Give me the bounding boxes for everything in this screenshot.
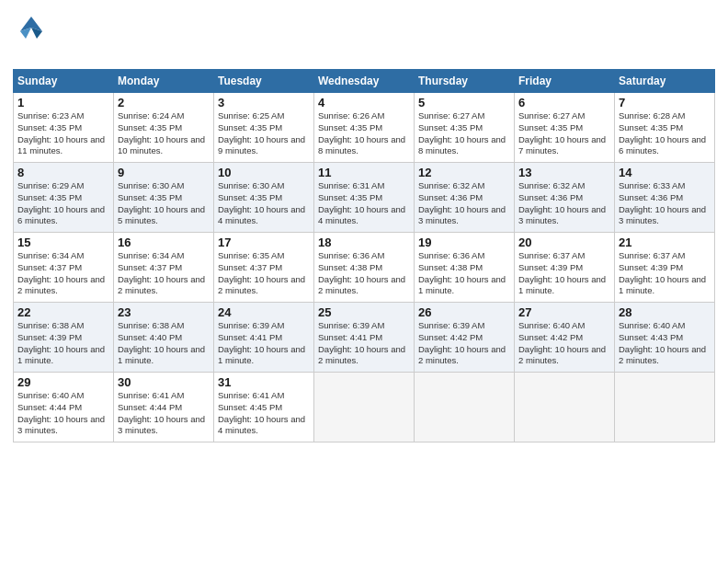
day-number: 8	[17, 166, 109, 179]
day-info: Sunrise: 6:40 AM Sunset: 4:42 PM Dayligh…	[518, 320, 610, 367]
day-info: Sunrise: 6:35 AM Sunset: 4:37 PM Dayligh…	[218, 250, 310, 297]
day-info: Sunrise: 6:38 AM Sunset: 4:40 PM Dayligh…	[118, 320, 210, 367]
day-cell: 5 Sunrise: 6:27 AM Sunset: 4:35 PM Dayli…	[415, 93, 515, 163]
day-info: Sunrise: 6:39 AM Sunset: 4:42 PM Dayligh…	[418, 320, 510, 367]
day-number: 16	[118, 236, 210, 249]
day-cell: 8 Sunrise: 6:29 AM Sunset: 4:35 PM Dayli…	[14, 163, 114, 233]
day-cell	[415, 373, 515, 442]
day-cell: 29 Sunrise: 6:40 AM Sunset: 4:44 PM Dayl…	[14, 373, 114, 442]
day-number: 19	[418, 236, 510, 249]
day-number: 14	[619, 166, 711, 179]
day-cell: 9 Sunrise: 6:30 AM Sunset: 4:35 PM Dayli…	[114, 163, 214, 233]
day-number: 12	[418, 166, 510, 179]
day-cell: 11 Sunrise: 6:31 AM Sunset: 4:35 PM Dayl…	[314, 163, 415, 233]
day-number: 18	[318, 236, 410, 249]
day-number: 3	[218, 96, 310, 109]
day-info: Sunrise: 6:25 AM Sunset: 4:35 PM Dayligh…	[218, 110, 310, 157]
day-number: 26	[418, 305, 510, 319]
col-header-sunday: Sunday	[14, 70, 114, 93]
col-header-tuesday: Tuesday	[214, 70, 314, 93]
day-number: 25	[318, 305, 410, 319]
day-number: 20	[518, 236, 610, 249]
day-cell: 25 Sunrise: 6:39 AM Sunset: 4:41 PM Dayl…	[314, 303, 415, 373]
day-cell: 31 Sunrise: 6:41 AM Sunset: 4:45 PM Dayl…	[214, 373, 314, 442]
header	[13, 9, 715, 63]
logo	[13, 13, 46, 63]
day-info: Sunrise: 6:41 AM Sunset: 4:44 PM Dayligh…	[118, 390, 210, 437]
day-info: Sunrise: 6:40 AM Sunset: 4:43 PM Dayligh…	[619, 320, 711, 367]
col-header-saturday: Saturday	[615, 70, 715, 93]
svg-marker-0	[20, 17, 42, 31]
day-cell: 18 Sunrise: 6:36 AM Sunset: 4:38 PM Dayl…	[314, 233, 415, 303]
day-cell	[314, 373, 415, 442]
col-header-thursday: Thursday	[415, 70, 515, 93]
day-info: Sunrise: 6:41 AM Sunset: 4:45 PM Dayligh…	[218, 390, 310, 437]
day-number: 31	[218, 375, 310, 389]
day-info: Sunrise: 6:36 AM Sunset: 4:38 PM Dayligh…	[418, 250, 510, 297]
day-cell: 17 Sunrise: 6:35 AM Sunset: 4:37 PM Dayl…	[214, 233, 314, 303]
day-cell: 7 Sunrise: 6:28 AM Sunset: 4:35 PM Dayli…	[615, 93, 715, 163]
day-info: Sunrise: 6:32 AM Sunset: 4:36 PM Dayligh…	[518, 180, 610, 227]
day-number: 23	[118, 305, 210, 319]
day-cell: 10 Sunrise: 6:30 AM Sunset: 4:35 PM Dayl…	[214, 163, 314, 233]
day-cell: 30 Sunrise: 6:41 AM Sunset: 4:44 PM Dayl…	[114, 373, 214, 442]
day-info: Sunrise: 6:38 AM Sunset: 4:39 PM Dayligh…	[17, 320, 109, 367]
day-number: 5	[418, 96, 510, 109]
week-row-4: 22 Sunrise: 6:38 AM Sunset: 4:39 PM Dayl…	[14, 303, 715, 373]
day-info: Sunrise: 6:26 AM Sunset: 4:35 PM Dayligh…	[318, 110, 410, 157]
day-number: 22	[17, 305, 109, 319]
day-number: 28	[619, 305, 711, 319]
day-info: Sunrise: 6:34 AM Sunset: 4:37 PM Dayligh…	[118, 250, 210, 297]
day-number: 2	[118, 96, 210, 109]
day-info: Sunrise: 6:37 AM Sunset: 4:39 PM Dayligh…	[518, 250, 610, 297]
day-number: 27	[518, 305, 610, 319]
day-number: 30	[118, 375, 210, 389]
day-cell: 14 Sunrise: 6:33 AM Sunset: 4:36 PM Dayl…	[615, 163, 715, 233]
day-number: 29	[17, 375, 109, 389]
col-header-wednesday: Wednesday	[314, 70, 415, 93]
day-cell: 13 Sunrise: 6:32 AM Sunset: 4:36 PM Dayl…	[515, 163, 615, 233]
day-info: Sunrise: 6:33 AM Sunset: 4:36 PM Dayligh…	[619, 180, 711, 227]
day-info: Sunrise: 6:29 AM Sunset: 4:35 PM Dayligh…	[17, 180, 109, 227]
day-number: 21	[619, 236, 711, 249]
day-cell: 2 Sunrise: 6:24 AM Sunset: 4:35 PM Dayli…	[114, 93, 214, 163]
day-cell: 1 Sunrise: 6:23 AM Sunset: 4:35 PM Dayli…	[14, 93, 114, 163]
day-number: 7	[619, 96, 711, 109]
day-number: 1	[17, 96, 109, 109]
day-number: 9	[118, 166, 210, 179]
day-info: Sunrise: 6:37 AM Sunset: 4:39 PM Dayligh…	[619, 250, 711, 297]
day-cell: 12 Sunrise: 6:32 AM Sunset: 4:36 PM Dayl…	[415, 163, 515, 233]
header-row: SundayMondayTuesdayWednesdayThursdayFrid…	[14, 70, 715, 93]
day-info: Sunrise: 6:36 AM Sunset: 4:38 PM Dayligh…	[318, 250, 410, 297]
day-info: Sunrise: 6:30 AM Sunset: 4:35 PM Dayligh…	[218, 180, 310, 227]
col-header-monday: Monday	[114, 70, 214, 93]
week-row-3: 15 Sunrise: 6:34 AM Sunset: 4:37 PM Dayl…	[14, 233, 715, 303]
day-cell: 4 Sunrise: 6:26 AM Sunset: 4:35 PM Dayli…	[314, 93, 415, 163]
day-cell: 16 Sunrise: 6:34 AM Sunset: 4:37 PM Dayl…	[114, 233, 214, 303]
day-info: Sunrise: 6:39 AM Sunset: 4:41 PM Dayligh…	[318, 320, 410, 367]
col-header-friday: Friday	[515, 70, 615, 93]
day-info: Sunrise: 6:31 AM Sunset: 4:35 PM Dayligh…	[318, 180, 410, 227]
page: SundayMondayTuesdayWednesdayThursdayFrid…	[0, 0, 728, 563]
day-number: 10	[218, 166, 310, 179]
day-info: Sunrise: 6:32 AM Sunset: 4:36 PM Dayligh…	[418, 180, 510, 227]
day-cell: 28 Sunrise: 6:40 AM Sunset: 4:43 PM Dayl…	[615, 303, 715, 373]
day-info: Sunrise: 6:24 AM Sunset: 4:35 PM Dayligh…	[118, 110, 210, 157]
day-info: Sunrise: 6:23 AM Sunset: 4:35 PM Dayligh…	[17, 110, 109, 157]
day-cell: 26 Sunrise: 6:39 AM Sunset: 4:42 PM Dayl…	[415, 303, 515, 373]
day-number: 17	[218, 236, 310, 249]
day-number: 11	[318, 166, 410, 179]
day-cell: 22 Sunrise: 6:38 AM Sunset: 4:39 PM Dayl…	[14, 303, 114, 373]
day-cell: 27 Sunrise: 6:40 AM Sunset: 4:42 PM Dayl…	[515, 303, 615, 373]
day-number: 13	[518, 166, 610, 179]
day-number: 4	[318, 96, 410, 109]
day-cell: 21 Sunrise: 6:37 AM Sunset: 4:39 PM Dayl…	[615, 233, 715, 303]
week-row-5: 29 Sunrise: 6:40 AM Sunset: 4:44 PM Dayl…	[14, 373, 715, 442]
day-cell	[615, 373, 715, 442]
week-row-1: 1 Sunrise: 6:23 AM Sunset: 4:35 PM Dayli…	[14, 93, 715, 163]
day-info: Sunrise: 6:27 AM Sunset: 4:35 PM Dayligh…	[518, 110, 610, 157]
day-cell: 3 Sunrise: 6:25 AM Sunset: 4:35 PM Dayli…	[214, 93, 314, 163]
day-cell: 19 Sunrise: 6:36 AM Sunset: 4:38 PM Dayl…	[415, 233, 515, 303]
day-cell: 6 Sunrise: 6:27 AM Sunset: 4:35 PM Dayli…	[515, 93, 615, 163]
day-info: Sunrise: 6:27 AM Sunset: 4:35 PM Dayligh…	[418, 110, 510, 157]
